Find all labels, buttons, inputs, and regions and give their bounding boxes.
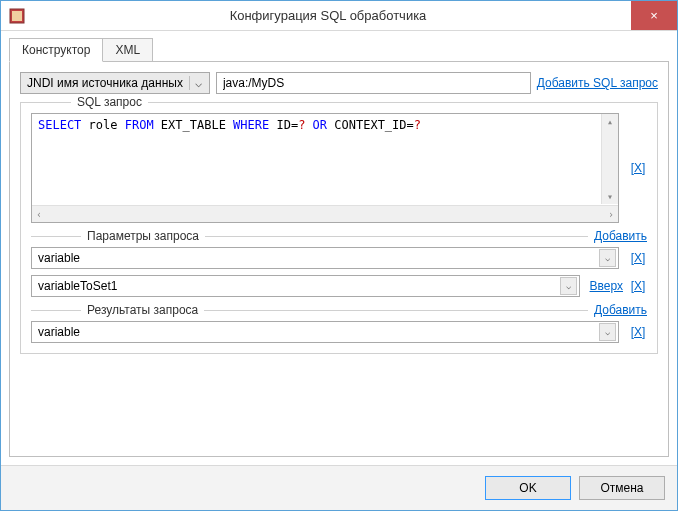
combo-value: variable: [38, 251, 80, 265]
sql-editor-row: SELECT role FROM EXT_TABLE WHERE ID=? OR…: [31, 113, 647, 223]
add-param-link[interactable]: Добавить: [594, 229, 647, 243]
sql-token: OR: [305, 118, 327, 132]
ok-button[interactable]: OK: [485, 476, 571, 500]
horizontal-scrollbar[interactable]: ‹ ›: [32, 205, 618, 222]
sql-token: EXT_TABLE: [154, 118, 233, 132]
sql-query-group: SQL запрос SELECT role FROM EXT_TABLE WH…: [20, 102, 658, 354]
datasource-row: JNDI имя источника данных ⌵ Добавить SQL…: [20, 72, 658, 94]
close-icon: ×: [650, 8, 658, 23]
scroll-right-icon: ›: [604, 207, 618, 222]
sql-textarea[interactable]: SELECT role FROM EXT_TABLE WHERE ID=? OR…: [31, 113, 619, 223]
param-combo[interactable]: variable ⌵: [31, 247, 619, 269]
sql-token: ?: [414, 118, 421, 132]
dialog-window: Конфигурация SQL обработчика × Конструкт…: [0, 0, 678, 511]
tab-strip: Конструктор XML: [1, 31, 677, 61]
select-value: JNDI имя источника данных: [27, 76, 183, 90]
group-title: SQL запрос: [71, 95, 148, 109]
group-title: Параметры запроса: [81, 229, 205, 243]
tab-label: Конструктор: [22, 43, 90, 57]
sql-token: SELECT: [38, 118, 81, 132]
titlebar: Конфигурация SQL обработчика ×: [1, 1, 677, 31]
sql-token: FROM: [125, 118, 154, 132]
sql-token: CONTEXT_ID=: [327, 118, 414, 132]
constructor-panel: JNDI имя источника данных ⌵ Добавить SQL…: [9, 61, 669, 457]
delete-result-link[interactable]: [X]: [629, 325, 647, 339]
param-row: variableToSet1 ⌵ Вверх [X]: [31, 275, 647, 297]
tab-constructor[interactable]: Конструктор: [9, 38, 103, 62]
params-header: Параметры запроса Добавить: [31, 229, 647, 243]
cancel-button[interactable]: Отмена: [579, 476, 665, 500]
tab-xml[interactable]: XML: [102, 38, 153, 62]
sql-token: ID=: [269, 118, 298, 132]
vertical-scrollbar[interactable]: ▴ ▾: [601, 114, 618, 204]
window-title: Конфигурация SQL обработчика: [25, 8, 631, 23]
combo-value: variableToSet1: [38, 279, 117, 293]
results-header: Результаты запроса Добавить: [31, 303, 647, 317]
group-title: Результаты запроса: [81, 303, 204, 317]
chevron-down-icon: ⌵: [599, 249, 616, 267]
scroll-down-icon: ▾: [603, 189, 617, 204]
param-combo[interactable]: variableToSet1 ⌵: [31, 275, 580, 297]
sql-token: WHERE: [233, 118, 269, 132]
delete-query-link[interactable]: [X]: [629, 161, 647, 175]
tab-label: XML: [115, 43, 140, 57]
scroll-up-icon: ▴: [603, 114, 617, 129]
delete-param-link[interactable]: [X]: [629, 279, 647, 293]
add-sql-query-link[interactable]: Добавить SQL запрос: [537, 76, 658, 90]
add-result-link[interactable]: Добавить: [594, 303, 647, 317]
datasource-input[interactable]: [216, 72, 531, 94]
svg-rect-1: [12, 11, 22, 21]
app-icon: [9, 8, 25, 24]
button-label: OK: [519, 481, 536, 495]
datasource-type-select[interactable]: JNDI имя источника данных ⌵: [20, 72, 210, 94]
delete-param-link[interactable]: [X]: [629, 251, 647, 265]
chevron-down-icon: ⌵: [560, 277, 577, 295]
param-row: variable ⌵ [X]: [31, 247, 647, 269]
dialog-button-bar: OK Отмена: [1, 465, 677, 510]
result-combo[interactable]: variable ⌵: [31, 321, 619, 343]
move-up-link[interactable]: Вверх: [590, 279, 623, 293]
result-row: variable ⌵ [X]: [31, 321, 647, 343]
close-button[interactable]: ×: [631, 1, 677, 30]
scroll-left-icon: ‹: [32, 207, 46, 222]
sql-token: role: [81, 118, 124, 132]
combo-value: variable: [38, 325, 80, 339]
button-label: Отмена: [600, 481, 643, 495]
chevron-down-icon: ⌵: [189, 76, 205, 90]
chevron-down-icon: ⌵: [599, 323, 616, 341]
